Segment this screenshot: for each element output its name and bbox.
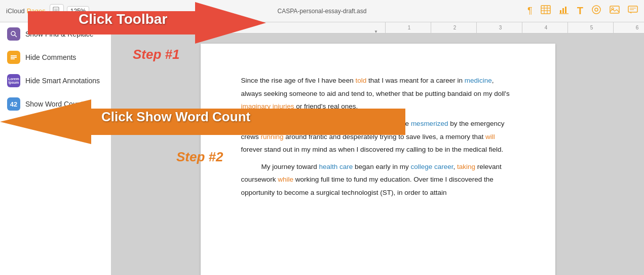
svg-rect-4 [541, 6, 550, 14]
sidebar: Show Find & Replace Hide Comments LoremI… [0, 22, 111, 275]
ruler-triangle-left: ▼ [374, 29, 378, 34]
app-branding: iCloud Pages [6, 7, 46, 15]
ruler: ▼ 1 2 3 4 5 6 7 8 ▼ [111, 22, 644, 33]
sidebar-item-show-word-count[interactable]: 42 Show Word Count [0, 92, 111, 116]
svg-rect-15 [610, 6, 619, 13]
document-area: ▼ 1 2 3 4 5 6 7 8 ▼ Since the rise age o… [111, 22, 644, 275]
doc-paragraph-1: Since the rise age of five I have been t… [241, 74, 515, 113]
svg-point-13 [592, 6, 600, 14]
svg-rect-10 [562, 8, 564, 13]
svg-point-20 [11, 31, 15, 36]
doc-scroll: Since the rise age of five I have been t… [111, 33, 644, 275]
shape-icon[interactable] [591, 5, 601, 17]
document-page: Since the rise age of five I have been t… [201, 44, 555, 275]
svg-rect-17 [628, 6, 637, 12]
text-icon[interactable]: T [577, 5, 583, 17]
main-layout: Show Find & Replace Hide Comments LoremI… [0, 22, 644, 275]
comment-icon[interactable] [628, 5, 638, 17]
sidebar-item-hide-comments[interactable]: Hide Comments [0, 46, 111, 69]
sidebar-item-hide-smart-annotations[interactable]: LoremIpsum Hide Smart Annotations [0, 69, 111, 92]
chart-icon[interactable] [559, 5, 569, 17]
ruler-mark-6: 6 [613, 22, 644, 33]
ruler-mark-3: 3 [476, 22, 522, 33]
icloud-label: iCloud [6, 7, 25, 15]
document-icon[interactable] [50, 4, 64, 18]
doc-paragraph-3: My journey toward health care began earl… [241, 160, 515, 199]
find-replace-label: Show Find & Replace [25, 30, 94, 38]
svg-rect-9 [560, 10, 561, 13]
word-count-icon: 42 [7, 97, 20, 111]
ruler-marks: 1 2 3 4 5 6 7 8 [385, 22, 644, 33]
svg-point-14 [595, 8, 598, 11]
ruler-mark-5: 5 [567, 22, 613, 33]
filename: CASPA-personal-essay-draft.asd [278, 8, 367, 15]
paragraph-icon[interactable]: ¶ [527, 6, 533, 16]
doc-paragraph-2: My first time watching the movie Pearl H… [241, 117, 515, 156]
find-replace-icon [7, 27, 20, 41]
table-icon[interactable] [541, 5, 551, 17]
doc-text: Since the rise age of five I have been t… [241, 74, 515, 199]
ruler-mark-1: 1 [385, 22, 431, 33]
pages-label: Pages [27, 7, 46, 15]
hide-smart-annotations-label: Hide Smart Annotations [25, 77, 100, 85]
image-icon[interactable] [610, 5, 620, 17]
toolbar-icons: ¶ T [527, 5, 638, 17]
hide-comments-label: Hide Comments [25, 53, 76, 61]
svg-rect-11 [565, 7, 566, 13]
ruler-mark-4: 4 [522, 22, 567, 33]
comments-icon [7, 51, 20, 64]
svg-line-21 [15, 35, 17, 37]
sidebar-item-find-replace[interactable]: Show Find & Replace [0, 22, 111, 46]
zoom-input[interactable]: 125% [67, 6, 89, 16]
ruler-mark-2: 2 [431, 22, 476, 33]
top-bar: iCloud Pages 125% CASPA-personal-essay-d… [0, 0, 644, 22]
smart-annotations-icon: LoremIpsum [7, 74, 20, 87]
show-word-count-label: Show Word Count [25, 100, 83, 108]
